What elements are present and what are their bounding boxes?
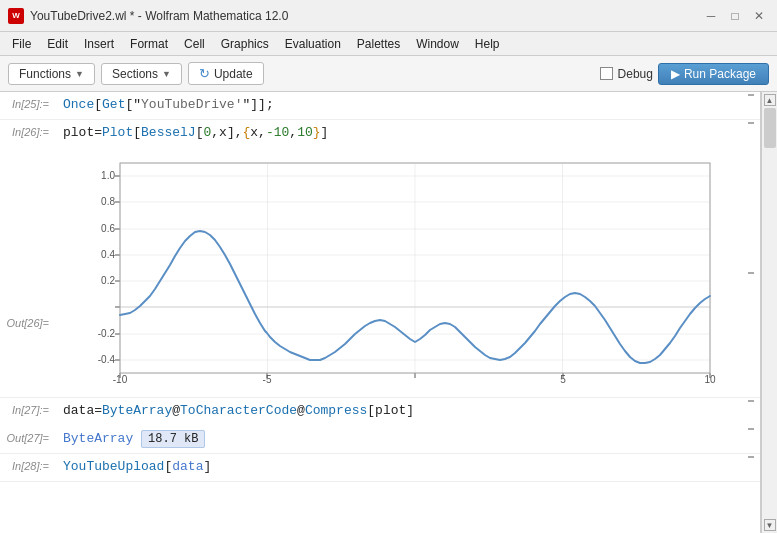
debug-area: Debug ▶ Run Package	[600, 63, 769, 85]
toolbar: Functions ▼ Sections ▼ ↻ Update Debug ▶ …	[0, 56, 777, 92]
update-refresh-icon: ↻	[199, 66, 210, 81]
in27-content[interactable]: data=ByteArray@ToCharacterCode@Compress[…	[55, 398, 744, 423]
svg-text:-0.4: -0.4	[97, 354, 115, 365]
bessel-plot-svg: -10 -5 5 10 1.0 0.8	[60, 153, 740, 393]
menu-bar: File Edit Insert Format Cell Graphics Ev…	[0, 32, 777, 56]
out27-bytearray-text: ByteArray	[63, 431, 133, 446]
menu-format[interactable]: Format	[122, 35, 176, 53]
out27-size-badge: 18.7 kB	[141, 430, 205, 448]
in26-bracket	[744, 120, 760, 126]
scroll-down-button[interactable]: ▼	[764, 519, 776, 531]
in28-ytupload: YouTubeUpload	[63, 459, 164, 474]
svg-text:1.0: 1.0	[101, 170, 115, 181]
in25-bracket	[744, 92, 760, 98]
in25-once: Once	[63, 97, 94, 112]
scroll-up-button[interactable]: ▲	[764, 94, 776, 106]
minimize-button[interactable]: ─	[701, 6, 721, 26]
out27-label: Out[27]=	[0, 426, 55, 444]
in26-content[interactable]: plot=Plot[BesselJ[0,x],{x,-10,10}]	[55, 120, 744, 145]
cell-in26-group: In[26]:= plot=Plot[BesselJ[0,x],{x,-10,1…	[0, 120, 760, 398]
in27-compress: Compress	[305, 403, 367, 418]
functions-chevron-icon: ▼	[75, 69, 84, 79]
menu-cell[interactable]: Cell	[176, 35, 213, 53]
svg-text:0.2: 0.2	[101, 275, 115, 286]
in25-label: In[25]:=	[0, 92, 55, 110]
cell-out27: Out[27]= ByteArray 18.7 kB	[0, 426, 760, 454]
menu-insert[interactable]: Insert	[76, 35, 122, 53]
run-package-label: Run Package	[684, 67, 756, 81]
run-play-icon: ▶	[671, 67, 680, 81]
out26-label: Out[26]=	[0, 217, 55, 329]
out27-bracket	[744, 426, 760, 432]
in27-bracket	[744, 398, 760, 404]
scroll-thumb[interactable]	[764, 108, 776, 148]
in28-content[interactable]: YouTubeUpload[data]	[55, 454, 744, 479]
maximize-button[interactable]: □	[725, 6, 745, 26]
in27-bytearray: ByteArray	[102, 403, 172, 418]
scroll-down-icon: ▼	[766, 521, 774, 530]
update-button[interactable]: ↻ Update	[188, 62, 264, 85]
window-controls: ─ □ ✕	[701, 6, 769, 26]
in27-label: In[27]:=	[0, 398, 55, 416]
right-panel: ▲ ▼	[761, 92, 777, 533]
in28-label: In[28]:=	[0, 454, 55, 472]
in26-label: In[26]:=	[0, 120, 55, 138]
run-package-button[interactable]: ▶ Run Package	[658, 63, 769, 85]
debug-checkbox[interactable]	[600, 67, 613, 80]
sections-label: Sections	[112, 67, 158, 81]
svg-text:0.8: 0.8	[101, 196, 115, 207]
debug-label: Debug	[618, 67, 653, 81]
cell-out26: Out[26]=	[0, 148, 760, 398]
in25-get: Get	[102, 97, 125, 112]
app-icon: W	[8, 8, 24, 24]
window-title: YouTubeDrive2.wl * - Wolfram Mathematica…	[30, 9, 701, 23]
menu-graphics[interactable]: Graphics	[213, 35, 277, 53]
update-label: Update	[214, 67, 253, 81]
in26-besselj: BesselJ	[141, 125, 196, 140]
plot-container: -10 -5 5 10 1.0 0.8	[55, 149, 744, 397]
scroll-up-icon: ▲	[766, 96, 774, 105]
in27-tocharcode: ToCharacterCode	[180, 403, 297, 418]
main-area: In[25]:= Once[Get["YouTubeDrive'"]]; In[…	[0, 92, 777, 533]
in25-str: YouTubeDrive'	[141, 97, 242, 112]
out26-bracket	[744, 270, 760, 276]
cell-in27: In[27]:= data=ByteArray@ToCharacterCode@…	[0, 398, 760, 426]
cell-in25: In[25]:= Once[Get["YouTubeDrive'"]];	[0, 92, 760, 120]
sections-button[interactable]: Sections ▼	[101, 63, 182, 85]
menu-window[interactable]: Window	[408, 35, 467, 53]
in26-plot: Plot	[102, 125, 133, 140]
sections-chevron-icon: ▼	[162, 69, 171, 79]
menu-edit[interactable]: Edit	[39, 35, 76, 53]
cell-in26: In[26]:= plot=Plot[BesselJ[0,x],{x,-10,1…	[0, 120, 760, 148]
menu-help[interactable]: Help	[467, 35, 508, 53]
close-button[interactable]: ✕	[749, 6, 769, 26]
svg-text:0.4: 0.4	[101, 249, 115, 260]
notebook[interactable]: In[25]:= Once[Get["YouTubeDrive'"]]; In[…	[0, 92, 761, 533]
svg-text:-0.2: -0.2	[97, 328, 115, 339]
menu-file[interactable]: File	[4, 35, 39, 53]
menu-palettes[interactable]: Palettes	[349, 35, 408, 53]
title-bar: W YouTubeDrive2.wl * - Wolfram Mathemati…	[0, 0, 777, 32]
in28-bracket	[744, 454, 760, 460]
functions-label: Functions	[19, 67, 71, 81]
cell-in28: In[28]:= YouTubeUpload[data]	[0, 454, 760, 482]
out27-content: ByteArray 18.7 kB	[55, 426, 744, 451]
in25-content[interactable]: Once[Get["YouTubeDrive'"]];	[55, 92, 744, 117]
svg-text:0.6: 0.6	[101, 223, 115, 234]
in28-data: data	[172, 459, 203, 474]
functions-button[interactable]: Functions ▼	[8, 63, 95, 85]
menu-evaluation[interactable]: Evaluation	[277, 35, 349, 53]
scroll-track	[762, 108, 777, 517]
